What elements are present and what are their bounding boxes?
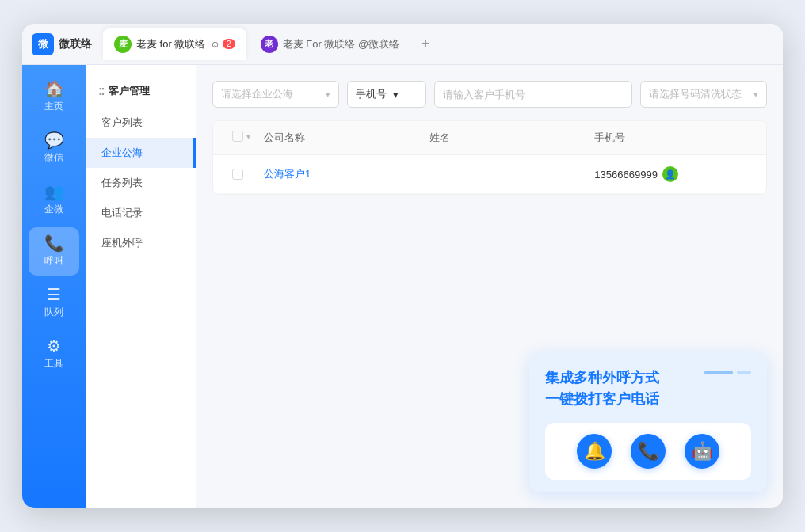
sidebar-item-tools[interactable]: ⚙ 工具 [29, 330, 79, 378]
call-icon: 📞 [44, 235, 64, 251]
wechat-label: 微信 [44, 151, 63, 165]
row-phone: 13566669999 👤 [588, 155, 753, 193]
popup-phone-button[interactable]: 📞 [631, 434, 666, 469]
home-label: 主页 [44, 100, 63, 113]
main-area: 🏠 主页 💬 微信 👥 企微 📞 呼叫 ☰ 队列 ⚙ 工具 [22, 65, 783, 508]
popup-decorative-bars [704, 370, 751, 374]
tab2-avatar: 老 [261, 36, 278, 53]
right-panel: 请选择企业公海 ▾ 手机号 ▾ 请选择号码清洗状态 ▾ [196, 65, 783, 508]
wechat-icon: 💬 [44, 132, 64, 148]
menu-section-title: :: 客户管理 [86, 78, 196, 108]
company-select[interactable]: 请选择企业公海 ▾ [212, 81, 339, 108]
header-checkbox[interactable] [232, 131, 243, 142]
home-icon: 🏠 [44, 81, 64, 97]
header-chevron-icon[interactable]: ▾ [246, 132, 250, 141]
left-menu: :: 客户管理 客户列表 企业公海 任务列表 电话记录 座机外呼 [86, 65, 196, 508]
tab1-label: 老麦 for 微联络 [136, 37, 205, 51]
sidebar-item-enterprise[interactable]: 👥 企微 [29, 176, 79, 224]
popup-title-line2: 一键拨打客户电话 [545, 389, 751, 410]
th-phone: 手机号 [588, 121, 753, 154]
chevron-down-icon: ▾ [326, 89, 330, 100]
tab1-badge: 2 [223, 39, 235, 49]
popup-bell-button[interactable]: 🔔 [577, 434, 612, 469]
content-area: :: 客户管理 客户列表 企业公海 任务列表 电话记录 座机外呼 [86, 65, 783, 508]
tab1-icons: ☺ 2 [210, 39, 235, 50]
popup-robot-button[interactable]: 🤖 [685, 434, 719, 469]
table-row: 公海客户1 13566669999 👤 [213, 155, 766, 194]
menu-item-customer-list[interactable]: 客户列表 [86, 108, 196, 138]
menu-dots-icon: :: [98, 84, 104, 98]
sidebar-item-call[interactable]: 📞 呼叫 [29, 227, 79, 276]
row-company[interactable]: 公海客户1 [258, 156, 423, 192]
queue-icon: ☰ [47, 287, 61, 302]
phone-type-label: 手机号 [356, 87, 387, 101]
robot-icon: 🤖 [692, 441, 713, 462]
sidebar-item-queue[interactable]: ☰ 队列 [29, 279, 79, 327]
popup-card: 集成多种外呼方式 一键拨打客户电话 🔔 📞 [529, 352, 767, 492]
th-name: 姓名 [423, 121, 589, 154]
phone-type-select[interactable]: 手机号 ▾ [347, 81, 426, 108]
bar-long [704, 370, 733, 374]
row-name [423, 163, 589, 185]
popup-phone-icon: 📞 [638, 441, 659, 462]
tab-2[interactable]: 老 老麦 For 微联络 @微联络 [250, 28, 411, 60]
phone-chevron-icon: ▾ [393, 89, 399, 101]
app-name: 微联络 [59, 37, 92, 51]
tab2-label: 老麦 For 微联络 @微联络 [283, 37, 400, 51]
tab1-avatar: 麦 [114, 36, 132, 53]
sidebar: 🏠 主页 💬 微信 👥 企微 📞 呼叫 ☰ 队列 ⚙ 工具 [22, 65, 86, 508]
menu-item-task-list[interactable]: 任务列表 [86, 168, 196, 198]
app-window: 微 微联络 麦 老麦 for 微联络 ☺ 2 老 老麦 For 微联络 @微联络… [22, 24, 783, 508]
table-header: ▾ 公司名称 姓名 手机号 [213, 121, 766, 155]
header-checkbox-wrapper: ▾ [232, 131, 251, 142]
customer-table: ▾ 公司名称 姓名 手机号 公海客户1 1 [212, 120, 767, 195]
queue-label: 队列 [44, 306, 63, 319]
phone-input[interactable] [443, 89, 624, 101]
tab-1[interactable]: 麦 老麦 for 微联络 ☺ 2 [103, 28, 246, 60]
status-select[interactable]: 请选择号码清洗状态 ▾ [640, 81, 767, 108]
menu-item-call-records[interactable]: 电话记录 [86, 198, 196, 228]
status-select-placeholder: 请选择号码清洗状态 [649, 87, 742, 101]
sidebar-item-wechat[interactable]: 💬 微信 [29, 124, 79, 173]
phone-input-wrapper[interactable] [434, 81, 632, 108]
menu-item-enterprise-pool[interactable]: 企业公海 [86, 138, 196, 168]
tools-label: 工具 [44, 357, 63, 370]
row-checkbox[interactable] [232, 169, 243, 180]
enterprise-label: 企微 [44, 203, 63, 216]
app-logo: 微 微联络 [32, 33, 92, 55]
bell-icon: 🔔 [584, 441, 605, 462]
popup-icon-bar: 🔔 📞 🤖 [545, 423, 751, 480]
tools-icon: ⚙ [47, 338, 61, 354]
add-tab-button[interactable]: + [414, 32, 437, 56]
sidebar-item-home[interactable]: 🏠 主页 [29, 73, 79, 121]
logo-icon: 微 [32, 33, 54, 55]
menu-item-outbound[interactable]: 座机外呼 [86, 228, 196, 258]
row-phone-number: 13566669999 [594, 169, 658, 180]
enterprise-icon: 👥 [44, 184, 64, 200]
th-checkbox: ▾ [226, 121, 258, 154]
call-label: 呼叫 [44, 254, 63, 268]
status-chevron-icon: ▾ [753, 89, 758, 100]
row-checkbox-cell [226, 158, 258, 191]
bar-short [737, 370, 751, 374]
phone-status-icon[interactable]: 👤 [662, 166, 678, 182]
filter-bar: 请选择企业公海 ▾ 手机号 ▾ 请选择号码清洗状态 ▾ [212, 81, 767, 108]
title-bar: 微 微联络 麦 老麦 for 微联络 ☺ 2 老 老麦 For 微联络 @微联络… [22, 24, 783, 65]
th-company: 公司名称 [258, 121, 423, 154]
company-select-placeholder: 请选择企业公海 [221, 87, 293, 101]
